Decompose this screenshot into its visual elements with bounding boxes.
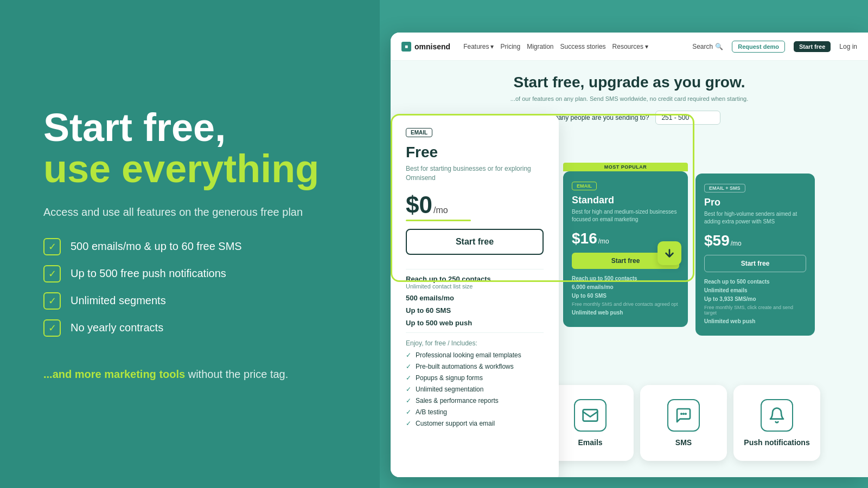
nav-start-free-button[interactable]: Start free bbox=[794, 41, 831, 52]
check-icon: ✓ bbox=[43, 238, 61, 255]
sms-icon-card: SMS bbox=[640, 385, 727, 461]
standard-push: Unlimited web push bbox=[572, 310, 679, 316]
nav-links: Features ▾ Pricing Migration Success sto… bbox=[463, 43, 648, 50]
email-icon bbox=[582, 407, 599, 424]
pro-title: Pro bbox=[704, 197, 806, 208]
emails-feature: 500 emails/mo bbox=[406, 294, 544, 302]
standard-title: Standard bbox=[572, 195, 679, 206]
download-icon bbox=[663, 247, 675, 259]
check-icon: ✓ bbox=[43, 319, 61, 337]
omnisend-logo-icon: ■ bbox=[401, 42, 411, 52]
pro-emails: Unlimited emails bbox=[704, 287, 806, 293]
arrow-connector bbox=[658, 241, 681, 265]
pro-email-sms-badge: EMAIL + SMS bbox=[704, 184, 745, 192]
list-item: ✓ 500 emails/mo & up to 60 free SMS bbox=[43, 238, 358, 255]
push-icon-card: Push notifications bbox=[733, 385, 820, 461]
free-start-free-button[interactable]: Start free bbox=[406, 229, 544, 255]
check-icon: ✓ bbox=[43, 292, 61, 310]
enjoys-label: Enjoy, for free / Includes: bbox=[406, 339, 544, 347]
enjoy-check-icon: ✓ bbox=[406, 408, 411, 416]
hero-title-line1: Start free, bbox=[43, 106, 226, 149]
hero-subtitle: Access and use all features on the gener… bbox=[43, 206, 358, 219]
free-email-badge: EMAIL bbox=[406, 128, 432, 137]
list-item: ✓ Unlimited segments bbox=[43, 292, 358, 310]
nav-resources[interactable]: Resources ▾ bbox=[612, 43, 648, 50]
enjoy-check-icon: ✓ bbox=[406, 420, 411, 427]
nav-search[interactable]: Search 🔍 bbox=[692, 43, 723, 50]
email-icon-circle bbox=[574, 399, 607, 432]
page-headline: Start free, upgrade as you grow. bbox=[407, 74, 852, 91]
most-popular-badge: MOST POPULAR bbox=[563, 163, 688, 171]
emails-icon-card: Emails bbox=[547, 385, 634, 461]
pro-sms: Up to 3,933 SMS/mo bbox=[704, 296, 806, 302]
enjoy-item: ✓ Customer support via email bbox=[406, 420, 544, 427]
free-plan-desc: Best for starting businesses or for expl… bbox=[406, 164, 544, 183]
sms-icon-circle bbox=[667, 399, 700, 432]
bell-icon bbox=[768, 407, 786, 424]
list-item: ✓ No yearly contracts bbox=[43, 319, 358, 337]
enjoy-item: ✓ A/B testing bbox=[406, 408, 544, 416]
nav-success[interactable]: Success stories bbox=[560, 43, 606, 50]
feature-list: ✓ 500 emails/mo & up to 60 free SMS ✓ Up… bbox=[43, 238, 358, 346]
standard-email-badge: EMAIL bbox=[572, 182, 597, 190]
enjoy-item: ✓ Professional looking email templates bbox=[406, 351, 544, 359]
standard-desc: Best for high and medium-sized businesse… bbox=[572, 208, 679, 223]
nav-features[interactable]: Features ▾ bbox=[463, 43, 494, 50]
pro-push: Unlimited web push bbox=[704, 318, 806, 324]
check-icon: ✓ bbox=[43, 265, 61, 282]
enjoy-item: ✓ Pre-built automations & workflows bbox=[406, 363, 544, 370]
nav-logo: ■ omnisend bbox=[401, 42, 450, 52]
svg-rect-0 bbox=[583, 409, 598, 421]
page-subline: ...of our features on any plan. Send SMS… bbox=[407, 95, 852, 102]
request-demo-button[interactable]: Request demo bbox=[732, 41, 785, 53]
enjoy-item: ✓ Popups & signup forms bbox=[406, 374, 544, 382]
sms-icon bbox=[675, 407, 692, 424]
free-price: $0/mo bbox=[406, 191, 544, 219]
pro-card: EMAIL + SMS Pro Best for high-volume sen… bbox=[695, 174, 815, 336]
enjoy-item: ✓ Sales & performance reports bbox=[406, 397, 544, 404]
bottom-marketing-text: ...and more marketing tools without the … bbox=[43, 368, 358, 381]
pro-sms-sub: Free monthly SMS, click create and send … bbox=[704, 305, 806, 316]
nav-pricing[interactable]: Pricing bbox=[500, 43, 520, 50]
push-feature: Up to 500 web push bbox=[406, 319, 544, 327]
free-card: EMAIL Free Best for starting businesses … bbox=[391, 114, 559, 477]
price-underline bbox=[406, 220, 471, 221]
pro-desc: Best for high-volume senders aimed at ad… bbox=[704, 210, 806, 226]
hero-title: Start free, use everything bbox=[43, 107, 358, 189]
reach-contacts: Reach up to 250 contacts Unlimited conta… bbox=[406, 275, 544, 290]
standard-emails: 6,000 emails/mo bbox=[572, 284, 679, 290]
audience-select[interactable]: 251 - 500 501 - 1000 1001 - 2500 bbox=[655, 111, 720, 125]
divider bbox=[406, 269, 544, 269]
nav-bar: ■ omnisend Features ▾ Pricing Migration … bbox=[391, 33, 868, 61]
hero-title-line2: use everything bbox=[43, 147, 319, 190]
left-panel: Start free, use everything Access and us… bbox=[0, 0, 391, 488]
right-panel: ■ omnisend Features ▾ Pricing Migration … bbox=[380, 0, 868, 488]
pro-start-free-button[interactable]: Start free bbox=[704, 255, 806, 272]
divider2 bbox=[406, 332, 544, 333]
sms-feature: Up to 60 SMS bbox=[406, 306, 544, 314]
nav-migration[interactable]: Migration bbox=[527, 43, 553, 50]
enjoy-check-icon: ✓ bbox=[406, 386, 411, 393]
standard-sms-sub: Free monthly SMS and drive contacts agre… bbox=[572, 301, 679, 307]
pro-reach: Reach up to 500 contacts bbox=[704, 279, 806, 285]
pro-card-wrapper: EMAIL + SMS Pro Best for high-volume sen… bbox=[695, 174, 815, 336]
browser-mockup: ■ omnisend Features ▾ Pricing Migration … bbox=[391, 33, 868, 477]
enjoy-check-icon: ✓ bbox=[406, 374, 411, 382]
nav-login-link[interactable]: Log in bbox=[839, 43, 857, 50]
enjoy-check-icon: ✓ bbox=[406, 397, 411, 404]
enjoy-check-icon: ✓ bbox=[406, 363, 411, 370]
free-plan-title: Free bbox=[406, 144, 544, 161]
enjoy-item: ✓ Unlimited segmentation bbox=[406, 386, 544, 393]
pro-price: $59/mo bbox=[704, 232, 806, 249]
standard-sms: Up to 60 SMS bbox=[572, 293, 679, 299]
push-icon-circle bbox=[761, 399, 793, 432]
list-item: ✓ Up to 500 free push notifications bbox=[43, 265, 358, 282]
standard-reach: Reach up to 500 contacts bbox=[572, 275, 679, 281]
enjoy-check-icon: ✓ bbox=[406, 351, 411, 359]
